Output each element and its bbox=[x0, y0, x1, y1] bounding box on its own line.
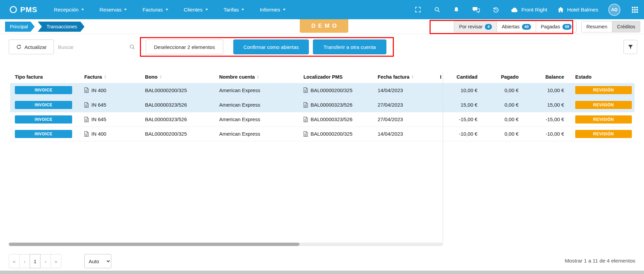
pms-locator: BAL00000200/325 bbox=[311, 87, 352, 93]
document-icon bbox=[303, 131, 308, 137]
table-row[interactable]: INVOICE IN 645 BAL00000323/526 American … bbox=[10, 112, 635, 127]
balance-cell: 15,00 € bbox=[523, 98, 568, 112]
status-badge: REVISIÓN bbox=[575, 86, 632, 94]
search-input[interactable] bbox=[58, 40, 127, 54]
transfer-account-button[interactable]: Transferir a otra cuenta bbox=[313, 39, 386, 54]
pagination-next-button[interactable]: › bbox=[40, 254, 51, 268]
front-office-label: Front Right bbox=[521, 7, 547, 13]
invoice-date-cell: 27/04/2023 bbox=[378, 98, 433, 112]
invoice-number: IN 645 bbox=[91, 102, 106, 108]
menu-informes[interactable]: Informes bbox=[252, 0, 293, 19]
col-header-factura[interactable]: Factura▲▼ bbox=[84, 71, 145, 83]
col-header-fecha-factura[interactable]: Fecha factura▲▼ bbox=[378, 71, 433, 83]
history-button[interactable] bbox=[491, 5, 501, 15]
fullscreen-button[interactable] bbox=[413, 5, 422, 14]
invoice-number: IN 400 bbox=[91, 131, 106, 137]
confirm-open-button[interactable]: Confirmar como abiertas bbox=[233, 39, 309, 54]
menu-reservas[interactable]: Reservas bbox=[92, 0, 135, 19]
col-header-label: Fecha factura bbox=[378, 74, 409, 80]
refresh-button[interactable]: Actualizar bbox=[9, 39, 54, 54]
menu-tarifas[interactable]: Tarifas bbox=[216, 0, 252, 19]
search-button[interactable] bbox=[433, 5, 442, 14]
menu-facturas[interactable]: Facturas bbox=[135, 0, 176, 19]
account-name-cell: American Express bbox=[219, 127, 303, 141]
breadcrumb-principal[interactable]: Principal bbox=[5, 22, 35, 32]
tab-abiertas[interactable]: Abiertas 40 bbox=[497, 21, 536, 32]
refresh-label: Actualizar bbox=[25, 44, 47, 50]
chevron-down-icon bbox=[166, 9, 168, 10]
voucher-cell: BAL00000323/526 bbox=[145, 98, 219, 112]
amount-cell: 10,00 € bbox=[443, 83, 481, 98]
sort-icon: ▲▼ bbox=[411, 75, 414, 79]
chevron-down-icon bbox=[81, 9, 84, 10]
col-header-label: Balance bbox=[545, 74, 564, 80]
page-size-select[interactable]: Auto bbox=[84, 254, 111, 268]
col-header-label: Tipo factura bbox=[15, 74, 43, 80]
toolbar: Actualizar Deseleccionar 2 elementos Con… bbox=[0, 39, 644, 54]
horizontal-scrollbar[interactable] bbox=[9, 243, 443, 246]
hotel-button[interactable]: Hotel Balmes bbox=[557, 6, 598, 13]
menu-recepcion[interactable]: Recepción bbox=[46, 0, 92, 19]
account-name-cell: American Express bbox=[219, 83, 303, 98]
paid-cell: 0,00 € bbox=[481, 83, 523, 98]
document-icon bbox=[84, 87, 89, 93]
tab-creditos[interactable]: Créditos bbox=[612, 21, 640, 32]
col-header-label: Bono bbox=[145, 74, 157, 80]
col-header-label: Nombre cuenta bbox=[219, 74, 255, 80]
frozen-pane-divider bbox=[443, 72, 443, 243]
avatar[interactable]: AD bbox=[608, 4, 620, 16]
document-icon bbox=[303, 117, 308, 122]
menu-label: Informes bbox=[260, 7, 280, 13]
col-header-label: I bbox=[440, 74, 441, 80]
logo[interactable]: PMS bbox=[9, 5, 37, 14]
status-badge: REVISIÓN bbox=[575, 101, 632, 109]
chevron-down-icon bbox=[283, 9, 286, 10]
search-box bbox=[58, 39, 139, 54]
account-name-cell: American Express bbox=[219, 98, 303, 112]
deselect-button[interactable]: Deseleccionar 2 elementos bbox=[146, 39, 223, 54]
demo-badge: DEMO bbox=[300, 19, 348, 33]
balance-cell: -15,00 € bbox=[523, 112, 568, 127]
logo-icon bbox=[9, 5, 18, 14]
pms-locator: BAL00000200/325 bbox=[311, 131, 352, 137]
pagination-prev-button[interactable]: ‹ bbox=[19, 254, 30, 268]
tab-resumen[interactable]: Resumen bbox=[581, 21, 612, 32]
document-icon bbox=[84, 102, 89, 108]
document-icon bbox=[84, 131, 89, 137]
table-row[interactable]: INVOICE IN 645 BAL00000323/526 American … bbox=[10, 98, 635, 112]
cloud-icon bbox=[511, 7, 518, 12]
pagination-first-button[interactable]: « bbox=[9, 254, 20, 268]
chevron-down-icon bbox=[124, 9, 127, 10]
col-header-nombre-cuenta[interactable]: Nombre cuenta▲▼ bbox=[219, 71, 303, 83]
breadcrumb-transacciones[interactable]: Transacciones bbox=[38, 22, 85, 32]
transactions-table: Tipo factura Factura▲▼ Bono▲▼ Nombre cue… bbox=[10, 71, 635, 141]
top-navbar: PMS Recepción Reservas Facturas Clientes… bbox=[0, 0, 644, 19]
menu-clientes[interactable]: Clientes bbox=[176, 0, 216, 19]
table-row[interactable]: INVOICE IN 400 BAL00000200/325 American … bbox=[10, 127, 635, 141]
pagination-last-button[interactable]: » bbox=[51, 254, 61, 268]
amount-cell: -15,00 € bbox=[443, 112, 481, 127]
notifications-button[interactable] bbox=[452, 5, 461, 15]
pagination-page-1-button[interactable]: 1 bbox=[30, 254, 40, 268]
table-row[interactable]: INVOICE IN 400 BAL00000200/325 American … bbox=[10, 83, 635, 98]
messages-button[interactable] bbox=[471, 5, 481, 15]
balance-cell: -10,00 € bbox=[523, 127, 568, 141]
scrollbar-thumb[interactable] bbox=[9, 243, 299, 246]
invoice-type-badge: INVOICE bbox=[15, 101, 72, 109]
truncated-cell bbox=[433, 83, 443, 98]
paid-cell: 0,00 € bbox=[481, 98, 523, 112]
invoice-date-cell: 27/04/2023 bbox=[378, 112, 433, 127]
tab-pagadas[interactable]: Pagadas 59 bbox=[536, 21, 577, 32]
col-header-bono[interactable]: Bono▲▼ bbox=[145, 71, 219, 83]
menu-label: Clientes bbox=[184, 7, 203, 13]
secondary-tab-group: Resumen Créditos bbox=[581, 21, 640, 32]
invoice-type-badge: INVOICE bbox=[15, 115, 72, 124]
funnel-icon bbox=[627, 44, 634, 50]
tab-label: Abiertas bbox=[502, 24, 520, 29]
results-summary: Mostrar 1 a 11 de 4 elementos bbox=[565, 258, 635, 264]
front-office-button[interactable]: Front Right bbox=[511, 7, 547, 13]
filter-button[interactable] bbox=[623, 40, 637, 54]
apps-menu-button[interactable] bbox=[631, 5, 639, 14]
sort-icon: ▲▼ bbox=[159, 75, 162, 79]
tab-por-revisar[interactable]: Por revisar 4 bbox=[454, 21, 497, 32]
